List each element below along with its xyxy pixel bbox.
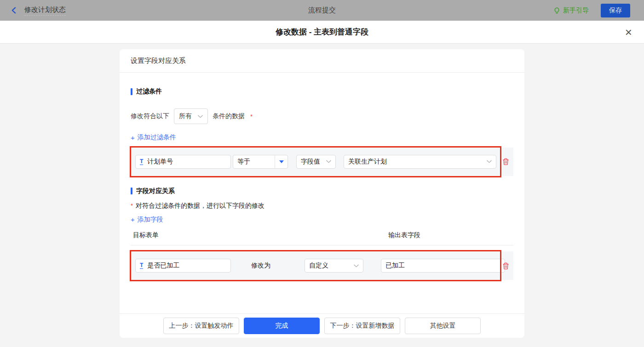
add-filter-condition-label: 添加过滤条件 [138, 133, 176, 142]
add-filter-condition-link[interactable]: + 添加过滤条件 [131, 133, 176, 142]
prev-step-button[interactable]: 上一步：设置触发动作 [163, 318, 239, 334]
topbar: 修改计划状态 流程提交 新手引导 保存 [0, 0, 644, 21]
field-mapping-row: T 是否已加工 修改为 自定义 [131, 251, 513, 280]
filter-value: 关联生产计划 [348, 158, 387, 166]
delete-field-button[interactable] [500, 261, 511, 271]
match-suffix-label: 条件的数据 [213, 112, 245, 120]
custom-value-input[interactable] [381, 259, 505, 273]
filter-condition-row: T 计划单号 等于 字段值 [131, 148, 513, 176]
caret-down-icon [279, 160, 284, 163]
mapping-column-headers: 目标表单 输出表字段 [131, 231, 513, 245]
close-icon[interactable]: × [625, 26, 632, 38]
text-field-icon: T [140, 159, 143, 165]
topbar-left: 修改计划状态 [10, 6, 66, 16]
chevron-down-icon [198, 115, 203, 118]
trash-icon [502, 158, 510, 165]
modal-header: 修改数据 - 主表到普通字段 × [0, 21, 644, 44]
save-button[interactable]: 保存 [601, 4, 630, 17]
plus-icon: + [131, 216, 135, 223]
target-field-value: 是否已加工 [147, 262, 179, 270]
filter-value-select[interactable]: 关联生产计划 [344, 155, 496, 169]
operator-select[interactable]: 等于 [233, 155, 288, 169]
app-root: 修改计划状态 流程提交 新手引导 保存 修改数据 - 主表到普通字段 × [0, 0, 644, 347]
match-mode-select[interactable]: 所有 [174, 108, 208, 124]
filter-field-value: 计划单号 [147, 158, 173, 166]
delete-condition-button[interactable] [500, 157, 511, 167]
workflow-title[interactable]: 修改计划状态 [24, 6, 66, 16]
chevron-down-icon [487, 160, 492, 163]
text-field-icon: T [140, 262, 143, 269]
back-icon[interactable] [10, 6, 18, 14]
output-field-column-header: 输出表字段 [388, 231, 420, 239]
mapping-value-type-select[interactable]: 自定义 [305, 259, 363, 273]
section-bar-icon [131, 188, 132, 194]
mapping-section-label: 字段对应关系 [136, 187, 175, 195]
operator-value: 等于 [233, 155, 275, 168]
other-settings-button[interactable]: 其他设置 [405, 318, 481, 334]
operator-caret-section[interactable] [275, 155, 288, 168]
filter-match-row: 修改符合以下 所有 条件的数据 * [131, 108, 513, 124]
target-form-column-header: 目标表单 [133, 231, 159, 239]
panel-footer: 上一步：设置触发动作 完成 下一步：设置新增数据 其他设置 [120, 313, 524, 338]
bulb-icon [553, 7, 560, 14]
beginner-guide-label: 新手引导 [563, 6, 589, 15]
add-field-label: 添加字段 [138, 216, 163, 224]
next-step-button[interactable]: 下一步：设置新增数据 [324, 318, 400, 334]
topbar-right: 新手引导 保存 [553, 4, 630, 17]
value-type-value: 字段值 [301, 158, 320, 166]
target-field-select[interactable]: T 是否已加工 [135, 259, 231, 273]
trash-icon [502, 262, 510, 270]
required-asterisk: * [250, 113, 253, 120]
filter-section-label: 过滤条件 [136, 87, 162, 96]
add-field-link[interactable]: + 添加字段 [131, 216, 163, 224]
filter-section-title: 过滤条件 [131, 87, 513, 96]
mapping-value-type: 自定义 [309, 262, 328, 270]
modal-title: 修改数据 - 主表到普通字段 [276, 27, 368, 37]
chevron-down-icon [354, 264, 359, 267]
settings-panel: 设置字段对应关系 过滤条件 修改符合以下 所有 条件的数据 [120, 49, 524, 338]
beginner-guide-link[interactable]: 新手引导 [553, 6, 589, 15]
panel-content: 过滤条件 修改符合以下 所有 条件的数据 * + [120, 73, 524, 313]
modal-body: 设置字段对应关系 过滤条件 修改符合以下 所有 条件的数据 [0, 44, 644, 347]
chevron-down-icon [326, 160, 331, 163]
match-mode-value: 所有 [179, 112, 192, 120]
modify-to-label: 修改为 [251, 262, 279, 270]
modal: 修改数据 - 主表到普通字段 × 设置字段对应关系 过滤条件 修改符合以下 所有 [0, 21, 644, 347]
panel-header: 设置字段对应关系 [120, 49, 524, 73]
filter-field-select[interactable]: T 计划单号 [135, 155, 231, 169]
match-prefix-label: 修改符合以下 [131, 112, 169, 120]
topbar-center-title: 流程提交 [0, 6, 644, 15]
finish-button[interactable]: 完成 [244, 318, 320, 334]
value-type-select[interactable]: 字段值 [296, 155, 336, 169]
mapping-section-title: 字段对应关系 [131, 187, 513, 195]
section-bar-icon [131, 88, 132, 95]
plus-icon: + [131, 134, 135, 142]
